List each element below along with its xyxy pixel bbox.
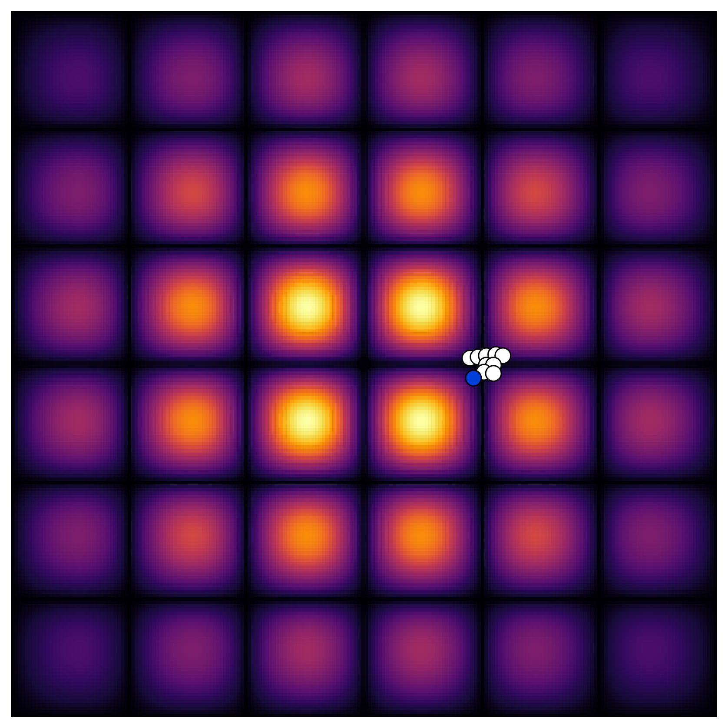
heatmap-plot: [11, 11, 717, 717]
figure-container: [0, 0, 728, 728]
